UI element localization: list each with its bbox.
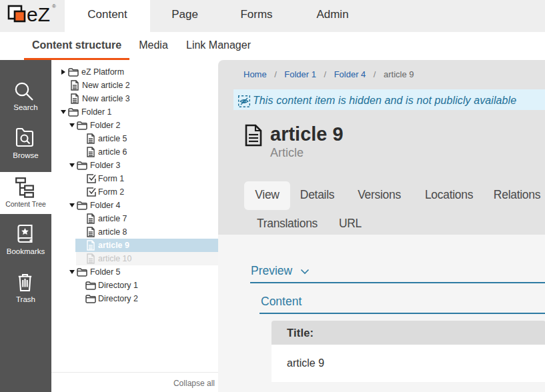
svg-text:eZ: eZ: [27, 3, 50, 25]
svg-text:®: ®: [52, 3, 56, 9]
